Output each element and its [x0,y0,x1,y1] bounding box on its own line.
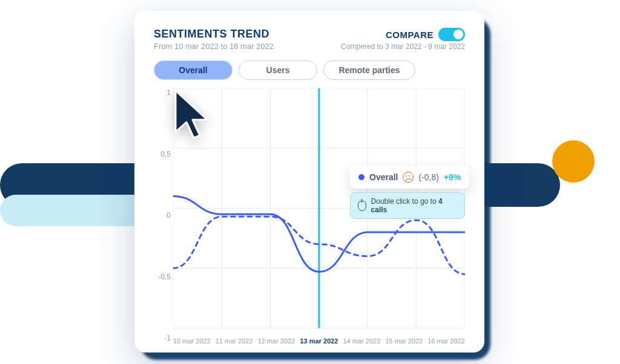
cursor-icon [173,88,216,143]
hint-text: Double click to go to 4 calls [371,197,457,214]
sentiments-card: SENTIMENTS TREND From 10 mar 2022 to 16 … [134,11,484,353]
tab-overall[interactable]: Overall [154,60,232,80]
tab-users[interactable]: Users [239,60,317,80]
x-tick: 16 mar 2022 [427,337,465,345]
x-tick: 12 mar 2022 [258,337,295,345]
y-tick: 0,5 [160,150,171,158]
tooltip-value: (-0,8) [418,172,438,182]
y-tick: 0 [167,211,171,219]
chart-tooltip: Overall (-0,8) +9% [350,166,469,189]
card-title: SENTIMENTS TREND [154,28,274,41]
tab-remote-parties[interactable]: Remote parties [323,60,415,80]
compare-block: COMPARE Compered to 3 mar 2022 - 9 mar 2… [341,28,465,51]
plot-area[interactable]: Overall (-0,8) +9% Double click to go to… [173,88,465,342]
tooltip-delta: +9% [444,172,461,182]
x-tick: 10 mar 2022 [173,337,211,345]
y-axis: 1 0,5 0 -0,5 -1 [154,88,173,342]
sad-face-icon [403,172,414,183]
compare-label: COMPARE [386,30,434,40]
chart[interactable]: 1 0,5 0 -0,5 -1 Overall (-0,8) +9% Doubl… [154,88,465,342]
card-header: SENTIMENTS TREND From 10 mar 2022 to 16 … [154,28,465,51]
x-axis: 10 mar 202211 mar 202212 mar 202213 mar … [173,337,465,345]
click-icon [358,201,366,211]
series-dot-icon [358,174,364,180]
card-date-range: From 10 mar 2022 to 16 mar 2022 [154,42,274,51]
y-tick: -1 [164,334,171,342]
decorative-circle [552,140,595,183]
tooltip-series: Overall [369,172,398,182]
x-tick: 13 mar 2022 [300,337,338,345]
y-tick: 1 [167,88,171,97]
drilldown-hint[interactable]: Double click to go to 4 calls [350,192,465,219]
tabs: Overall Users Remote parties [154,60,465,80]
compare-date-range: Compered to 3 mar 2022 - 9 mar 2022 [341,42,465,51]
compare-toggle[interactable] [438,28,465,41]
y-tick: -0,5 [158,273,171,281]
x-tick: 14 mar 2022 [343,337,381,345]
x-tick: 15 mar 2022 [385,337,423,345]
x-tick: 11 mar 2022 [216,337,253,345]
